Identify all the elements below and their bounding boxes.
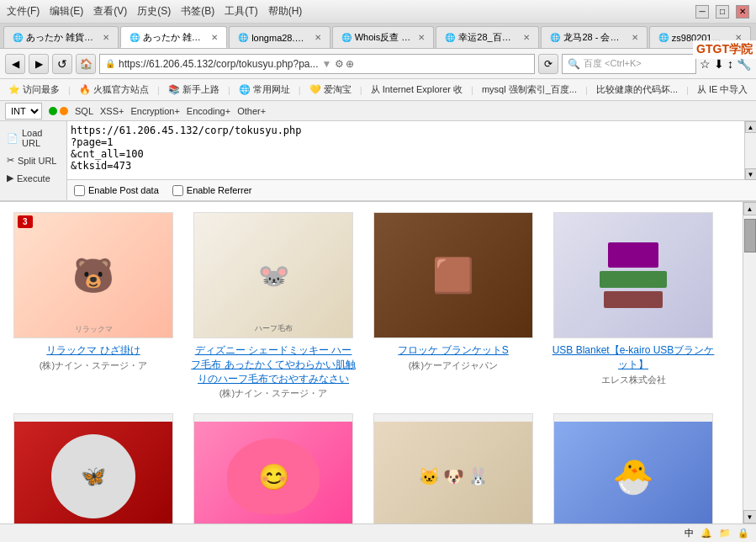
tab-close-tab3[interactable]: ✕ xyxy=(315,33,321,42)
product-image-p4 xyxy=(553,212,713,338)
product-card-p1[interactable]: 3 🐻 リラックマ リラックマ ひざ掛け(株)ナイン・ステージ・ア xyxy=(10,212,177,400)
browser-tab-tab2[interactable]: 🌐あったか 雑貨特...✕ xyxy=(120,26,227,48)
product-card-p5[interactable]: 🦋 xyxy=(10,413,177,523)
bookmark-sep: | xyxy=(157,85,160,95)
restore-button[interactable]: □ xyxy=(716,5,729,19)
execute-button[interactable]: ▶ Execute xyxy=(0,169,66,187)
search-placeholder: 百度 <Ctrl+K> xyxy=(584,57,642,70)
product-title-p1[interactable]: リラックマ ひざ掛け xyxy=(46,343,140,358)
int-select[interactable]: INT xyxy=(5,103,42,120)
product-image-p8: 🐣 xyxy=(553,413,713,523)
status-lock: 🔒 xyxy=(737,528,749,539)
split-url-button[interactable]: ✂ Split URL xyxy=(0,151,66,169)
bookmark-item-5[interactable]: 从 Internet Explorer 收 xyxy=(366,82,468,98)
tab-close-tab6[interactable]: ✕ xyxy=(632,33,638,42)
tab-close-tab5[interactable]: ✕ xyxy=(523,33,530,42)
refresh-icon[interactable]: ⟳ xyxy=(538,54,558,74)
enable-referrer-label[interactable]: Enable Referrer xyxy=(172,185,252,196)
encryption-menu[interactable]: Encryption+ xyxy=(130,106,179,116)
bookmark-item-4[interactable]: 💛 爱淘宝 xyxy=(304,82,357,98)
browser-tab-tab6[interactable]: 🌐龙马28 - 会员注册✕ xyxy=(541,26,647,48)
scroll-thumb[interactable] xyxy=(744,219,756,252)
product-card-p8[interactable]: 🐣 xyxy=(550,413,716,523)
window-controls[interactable]: ─ □ ✕ xyxy=(695,5,749,19)
browser-tab-tab5[interactable]: 🌐幸运28_百度搜索✕ xyxy=(436,26,539,48)
scroll-up-button[interactable]: ▲ xyxy=(745,121,757,133)
encoding-menu[interactable]: Encoding+ xyxy=(187,106,230,116)
product-title-p4[interactable]: USB Blanket【e-kairo USBブランケット】 xyxy=(550,343,716,372)
menu-item[interactable]: 书签(B) xyxy=(181,4,214,19)
search-bar[interactable]: 🔍 百度 <Ctrl+K> xyxy=(562,54,696,74)
tab-bar: 🌐あったか 雑貨特集...✕🌐あったか 雑貨特...✕🌐longma28.com… xyxy=(0,24,756,49)
status-zh: 中 xyxy=(685,527,694,539)
menu-item[interactable]: 帮助(H) xyxy=(268,4,303,19)
menu-item[interactable]: 历史(S) xyxy=(137,4,171,19)
xss-menu[interactable]: XSS+ xyxy=(100,106,124,116)
scroll-down-button[interactable]: ▼ xyxy=(745,168,757,180)
scroll-down-main[interactable]: ▼ xyxy=(743,510,757,523)
browser-tab-tab1[interactable]: 🌐あったか 雑貨特集...✕ xyxy=(3,26,119,48)
bookmark-item-8[interactable]: 从 IE 中导入 xyxy=(692,82,753,98)
menu-item[interactable]: 查看(V) xyxy=(93,4,127,19)
product-title-p3[interactable]: フロッケ ブランケットS xyxy=(398,343,508,358)
content-area: 3 🐻 リラックマ リラックマ ひざ掛け(株)ナイン・ステージ・ア 🐭 ハーフ毛… xyxy=(0,202,756,523)
load-url-button[interactable]: 📄 Load URL xyxy=(0,125,66,151)
product-image-p5: 🦋 xyxy=(13,413,173,523)
load-url-icon: 📄 xyxy=(7,133,19,144)
split-url-icon: ✂ xyxy=(7,155,14,166)
scroll-up-main[interactable]: ▲ xyxy=(743,202,757,215)
enable-referrer-checkbox[interactable] xyxy=(172,185,183,196)
browser-tab-tab3[interactable]: 🌐longma28.com...✕ xyxy=(229,26,330,48)
product-card-p4[interactable]: USB Blanket【e-kairo USBブランケット】エレス株式会社 xyxy=(550,212,716,400)
close-button[interactable]: ✕ xyxy=(736,5,749,19)
bookmark-item-6[interactable]: mysql 强制索引_百度... xyxy=(477,82,582,98)
home-button[interactable]: 🏠 xyxy=(76,54,96,74)
main-scrollbar[interactable]: ▲ ▼ xyxy=(743,202,756,523)
forward-button[interactable]: ▶ xyxy=(29,54,49,74)
tab-close-tab4[interactable]: ✕ xyxy=(418,33,425,42)
enable-post-checkbox[interactable] xyxy=(74,185,85,196)
menu-item[interactable]: 编辑(E) xyxy=(50,4,83,19)
orange-dot xyxy=(60,107,68,115)
green-dot xyxy=(49,107,57,115)
product-seller-p3: (株)ケーアイジャパン xyxy=(409,359,498,372)
minimize-button[interactable]: ─ xyxy=(695,5,709,19)
browser-tab-tab4[interactable]: 🌐Whois反查 - 站...✕ xyxy=(332,26,435,48)
product-image-p7: 🐱 🐶 🐰 xyxy=(373,413,533,523)
menu-item[interactable]: 文件(F) xyxy=(7,4,40,19)
bookmark-item-0[interactable]: ⭐ 访问最多 xyxy=(3,82,65,98)
bookmark-item-2[interactable]: 📚 新手上路 xyxy=(163,82,225,98)
bookmark-sep: | xyxy=(360,85,362,95)
bookmark-item-3[interactable]: 🌐 常用网址 xyxy=(234,82,295,98)
back-button[interactable]: ◀ xyxy=(5,54,25,74)
bookmarks-bar: ⭐ 访问最多|🔥 火狐官方站点|📚 新手上路|🌐 常用网址|💛 爱淘宝|从 In… xyxy=(0,79,756,101)
enable-post-text: Enable Post data xyxy=(88,185,159,195)
hackbar-panel: 📄 Load URL ✂ Split URL ▶ Execute https:/… xyxy=(0,121,756,202)
product-title-p2[interactable]: ディズニー シェードミッキー ハーフ毛布 あったかくてやわらかい肌触りのハーフ毛… xyxy=(190,343,357,385)
reload-button[interactable]: ↺ xyxy=(52,54,72,74)
tab-close-tab1[interactable]: ✕ xyxy=(103,33,109,42)
url-bar[interactable]: 🔒 https://61.206.45.132/corp/tokusyu.php… xyxy=(99,54,535,74)
status-folder: 📁 xyxy=(719,528,731,539)
menu-item[interactable]: 工具(T) xyxy=(225,4,257,19)
other-menu[interactable]: Other+ xyxy=(237,106,266,116)
title-bar: 文件(F)编辑(E)查看(V)历史(S)书签(B)工具(T)帮助(H) ─ □ … xyxy=(0,0,756,24)
address-bar: ◀ ▶ ↺ 🏠 🔒 https://61.206.45.132/corp/tok… xyxy=(0,49,756,79)
product-image-p2: 🐭 ハーフ毛布 xyxy=(193,212,353,338)
status-dots xyxy=(49,107,68,115)
menu-bar[interactable]: 文件(F)编辑(E)查看(V)历史(S)书签(B)工具(T)帮助(H) xyxy=(7,4,302,19)
bookmark-item-1[interactable]: 🔥 火狐官方站点 xyxy=(74,82,154,98)
enable-post-label[interactable]: Enable Post data xyxy=(74,185,159,196)
status-bar: 中 🔔 📁 🔒 xyxy=(0,523,756,542)
bookmark-item-7[interactable]: 比较健康的代码坏... xyxy=(591,82,683,98)
hackbar-toolbar: INT SQL XSS+ Encryption+ Encoding+ Other… xyxy=(0,101,756,121)
product-card-p7[interactable]: 🐱 🐶 🐰 xyxy=(370,413,537,523)
hackbar-url-textarea[interactable]: https://61.206.45.132/corp/tokusyu.php ?… xyxy=(67,121,744,180)
sql-menu[interactable]: SQL xyxy=(75,106,93,116)
product-image-p3: 🟫 xyxy=(373,212,533,338)
hackbar-scrollbar[interactable]: ▲ ▼ xyxy=(744,121,756,180)
product-card-p2[interactable]: 🐭 ハーフ毛布 ディズニー シェードミッキー ハーフ毛布 あったかくてやわらかい… xyxy=(190,212,357,400)
product-card-p3[interactable]: 🟫 フロッケ ブランケットS(株)ケーアイジャパン xyxy=(370,212,537,400)
product-card-p6[interactable]: 😊 xyxy=(190,413,357,523)
tab-close-tab2[interactable]: ✕ xyxy=(211,33,218,42)
